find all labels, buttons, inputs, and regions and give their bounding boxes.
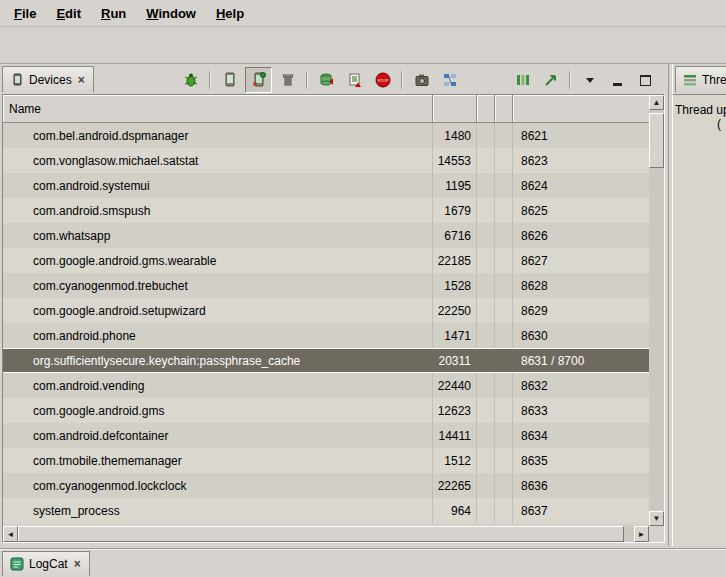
port-cell: 8637: [513, 498, 649, 523]
tab-devices[interactable]: Devices ×: [2, 66, 94, 92]
blank-cell: [477, 123, 495, 148]
table-row[interactable]: com.android.defcontainer144118634: [3, 423, 649, 448]
threads-panel-body: Thread up (: [673, 94, 726, 546]
pid-cell: 1195: [433, 173, 477, 198]
tab-threads[interactable]: Threads: [675, 66, 726, 92]
port-cell: 8624: [513, 173, 649, 198]
devices-tab-icon: [10, 73, 24, 87]
trash-icon[interactable]: [275, 68, 300, 92]
scrollbar-corner: [649, 526, 664, 542]
debug-icon[interactable]: [178, 68, 203, 92]
menu-item-edit[interactable]: Edit: [46, 2, 91, 25]
scroll-right-icon[interactable]: ►: [634, 526, 649, 542]
port-cell: 8623: [513, 148, 649, 173]
port-cell: 8636: [513, 473, 649, 498]
blank-cell: [495, 123, 513, 148]
scroll-left-icon[interactable]: ◄: [3, 526, 18, 542]
vertical-scroll-thumb[interactable]: [649, 113, 664, 168]
port-cell: 8632: [513, 373, 649, 398]
devices-toolbar: STOP: [178, 67, 658, 93]
pid-cell: 12623: [433, 398, 477, 423]
view-menu-icon[interactable]: [577, 68, 602, 92]
minimize-icon[interactable]: [605, 68, 630, 92]
pid-cell: 1679: [433, 198, 477, 223]
table-row[interactable]: com.android.phone14718630: [3, 323, 649, 348]
table-row[interactable]: com.google.android.gms126238633: [3, 398, 649, 423]
blank-cell: [477, 323, 495, 348]
scroll-down-icon[interactable]: ▼: [649, 511, 664, 526]
table-row[interactable]: com.bel.android.dspmanager14808621: [3, 123, 649, 148]
main-toolbar-strip: [0, 27, 726, 64]
table-row[interactable]: com.vonglasow.michael.satstat145538623: [3, 148, 649, 173]
port-cell: 8628: [513, 273, 649, 298]
table-row[interactable]: org.sufficientlysecure.keychain:passphra…: [3, 348, 649, 373]
table-row[interactable]: system_process9648637: [3, 498, 649, 523]
table-row[interactable]: com.google.android.setupwizard222508629: [3, 298, 649, 323]
toolbar-separator: [209, 71, 211, 89]
table-row[interactable]: com.cyanogenmod.trebuchet15288628: [3, 273, 649, 298]
port-cell: 8625: [513, 198, 649, 223]
dump-hprof-icon[interactable]: [342, 68, 367, 92]
process-name-cell: com.cyanogenmod.lockclock: [3, 473, 433, 498]
screenshot-icon[interactable]: [409, 68, 434, 92]
vertical-scrollbar[interactable]: ▲ ▼: [649, 95, 664, 526]
logcat-tab-close-icon[interactable]: ×: [73, 557, 82, 571]
blank-cell: [477, 473, 495, 498]
blank-cell: [477, 373, 495, 398]
table-row[interactable]: com.cyanogenmod.lockclock222658636: [3, 473, 649, 498]
table-row[interactable]: com.android.smspush16798625: [3, 198, 649, 223]
device-active-icon[interactable]: [245, 67, 272, 93]
device-table-body: com.bel.android.dspmanager14808621com.vo…: [3, 123, 649, 526]
blank-cell: [477, 298, 495, 323]
pid-cell: 22250: [433, 298, 477, 323]
menu-item-help[interactable]: Help: [206, 2, 254, 25]
pid-cell: 20311: [433, 349, 477, 372]
threads-panel: Threads Thread up (: [672, 64, 726, 546]
stop-process-icon[interactable]: STOP: [370, 68, 395, 92]
port-cell: 8635: [513, 448, 649, 473]
menubar: FileEditRunWindowHelp: [0, 0, 726, 27]
thread-updates-icon[interactable]: [510, 68, 535, 92]
table-row[interactable]: com.whatsapp67168626: [3, 223, 649, 248]
horizontal-scrollbar[interactable]: ◄ ►: [3, 526, 649, 542]
horizontal-scroll-thumb[interactable]: [18, 526, 624, 542]
port-cell: 8626: [513, 223, 649, 248]
devices-tab-close-icon[interactable]: ×: [77, 73, 86, 87]
heap-updates-icon[interactable]: [538, 68, 563, 92]
device-icon[interactable]: [217, 68, 242, 92]
scroll-up-icon[interactable]: ▲: [649, 95, 664, 110]
column-header-blank[interactable]: [495, 95, 513, 123]
menu-item-run[interactable]: Run: [91, 2, 136, 25]
process-name-cell: com.android.systemui: [3, 173, 433, 198]
table-row[interactable]: com.android.systemui11958624: [3, 173, 649, 198]
column-header-blank[interactable]: [477, 95, 495, 123]
process-name-cell: com.bel.android.dspmanager: [3, 123, 433, 148]
column-header-port[interactable]: [513, 95, 649, 123]
process-name-cell: org.sufficientlysecure.keychain:passphra…: [3, 349, 433, 372]
table-row[interactable]: com.tmobile.thememanager15128635: [3, 448, 649, 473]
menu-item-file[interactable]: File: [4, 2, 46, 25]
maximize-icon[interactable]: [633, 68, 658, 92]
blank-cell: [495, 473, 513, 498]
pid-cell: 1471: [433, 323, 477, 348]
blank-cell: [495, 398, 513, 423]
table-header-row: Name: [3, 95, 649, 123]
blank-cell: [477, 173, 495, 198]
process-name-cell: com.vonglasow.michael.satstat: [3, 148, 433, 173]
hierarchy-icon[interactable]: [437, 68, 462, 92]
update-heap-icon[interactable]: [314, 68, 339, 92]
blank-cell: [495, 223, 513, 248]
menu-item-window[interactable]: Window: [136, 2, 206, 25]
table-row[interactable]: com.google.android.gms.wearable221858627: [3, 248, 649, 273]
pid-cell: 1528: [433, 273, 477, 298]
pid-cell: 1480: [433, 123, 477, 148]
pid-cell: 14411: [433, 423, 477, 448]
blank-cell: [495, 423, 513, 448]
threads-message-line1: Thread up: [675, 103, 726, 117]
column-header-pid[interactable]: [433, 95, 477, 123]
pid-cell: 22440: [433, 373, 477, 398]
blank-cell: [477, 398, 495, 423]
tab-logcat[interactable]: LogCat ×: [2, 551, 90, 576]
table-row[interactable]: com.android.vending224408632: [3, 373, 649, 398]
column-header-name[interactable]: Name: [3, 95, 433, 123]
